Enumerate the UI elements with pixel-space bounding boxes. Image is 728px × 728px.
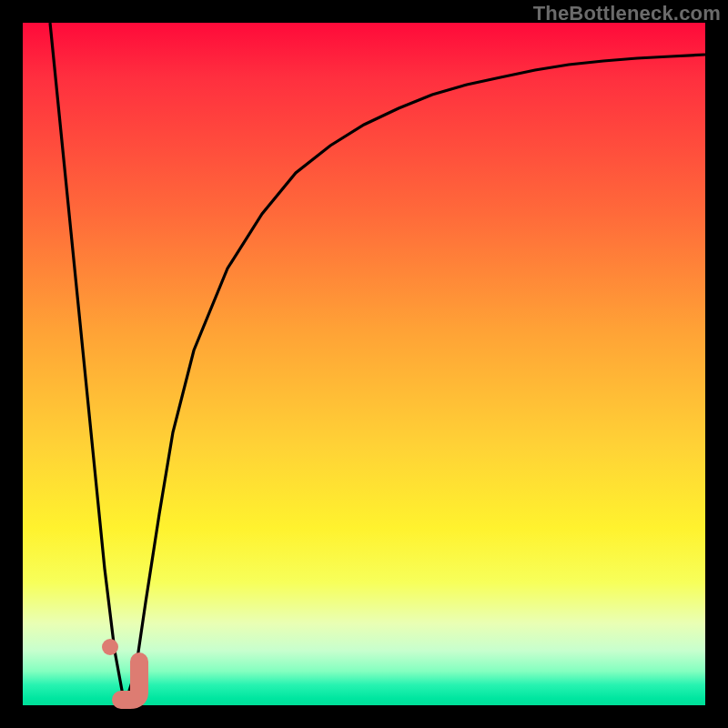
marker-hook [121,662,139,700]
chart-frame: TheBottleneck.com [0,0,728,728]
curve-markers [23,23,705,705]
marker-dot [102,639,118,655]
